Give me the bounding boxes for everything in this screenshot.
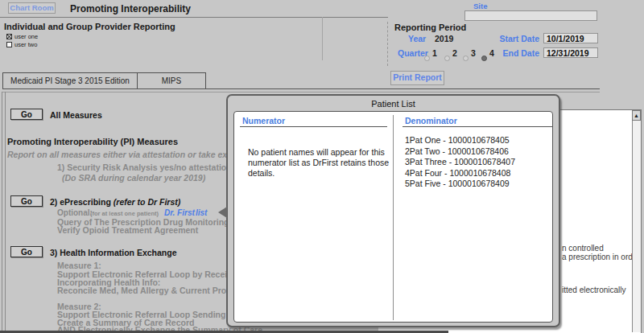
numerator-message: No patient names will appear for this nu… (248, 147, 396, 179)
optional-note: (for at least one patient) (90, 210, 159, 217)
patient-list-item[interactable]: 2Pat Two - 1000010678406 (405, 146, 515, 158)
start-date-label: Start Date (491, 34, 539, 43)
provider-reporting-title: Individual and Group Provider Reporting (4, 22, 175, 31)
right-panel-text-fragment-2: a prescription in order (562, 253, 640, 261)
measure1-line-3: Reconcile Med, Med Allergy & Current Pro… (57, 286, 254, 295)
quarter-1-label[interactable]: 1 (432, 48, 437, 58)
pi-measures-subtitle: Report on all measures either via attest… (7, 150, 257, 159)
end-date-input[interactable]: 12/31/2019 (543, 47, 598, 58)
user-one-checkbox[interactable] (6, 34, 12, 39)
modal-column-divider (393, 115, 394, 320)
go-all-measures-button[interactable]: Go (10, 109, 43, 120)
quarter-1-radio[interactable] (424, 50, 430, 64)
user-two-row[interactable]: user two (6, 41, 37, 48)
year-value[interactable]: 2019 (435, 34, 453, 43)
right-panel-text-fragment-3: itted electronically (562, 286, 625, 294)
denominator-patient-list: 1Pat One - 1000010678405 2Pat Two - 1000… (405, 135, 515, 190)
app-window: Chart Room Promoting Interoperability Si… (0, 0, 644, 333)
patient-list-item[interactable]: 1Pat One - 1000010678405 (405, 135, 515, 146)
quarter-2-label[interactable]: 2 (452, 48, 457, 58)
tab-medicaid-pi-stage3[interactable]: Medicaid PI Stage 3 2015 Edition (2, 72, 138, 89)
tabstrip-bottom-border (2, 88, 600, 89)
list-link[interactable]: list (196, 208, 207, 217)
patient-list-item[interactable]: 5Pat Five - 1000010678409 (405, 179, 515, 190)
print-report-button[interactable]: Print Report (390, 71, 444, 85)
denominator-header: Denominator (405, 116, 457, 125)
right-panel-text-fragment-1: n controlled (562, 244, 604, 253)
reporting-period-divider (387, 22, 388, 66)
eprescribing-title: 2) ePrescribing (refer to Dr First) (50, 197, 180, 207)
patient-list-modal-body: Numerator Denominator No patient names w… (233, 111, 553, 323)
hie-title: 3) Health Information Exchange (50, 248, 177, 257)
eprescribing-title-text: 2) ePrescribing (50, 197, 111, 207)
user-two-label: user two (14, 41, 37, 48)
content-top-border (2, 92, 600, 92)
site-input[interactable] (464, 10, 597, 21)
patient-list-item[interactable]: 4Pat Four - 1000010678408 (405, 168, 515, 179)
quarter-4-radio-selected[interactable] (481, 50, 487, 64)
go-eprescribing-button[interactable]: Go (10, 195, 43, 207)
quarter-3-radio[interactable] (463, 50, 469, 64)
scrollbar-up-arrow-icon[interactable]: ▲ (632, 110, 641, 121)
measure-1-note: (Do SRA during calendar year 2019) (62, 173, 205, 183)
quarter-3-label[interactable]: 3 (471, 48, 476, 58)
user-one-label: user one (14, 33, 38, 40)
denominator-header-rule (402, 126, 552, 127)
page-title: Promoting Interoperability (70, 3, 191, 14)
verify-opioid-line: Verify Opioid Treatment Agreement (57, 225, 198, 235)
user-two-checkbox[interactable] (6, 42, 12, 47)
right-panel-scrollbar[interactable] (632, 110, 641, 332)
patient-list-modal-title: Patient List (228, 99, 559, 109)
patient-list-item[interactable]: 3Pat Three - 1000010678407 (405, 157, 515, 168)
numerator-header: Numerator (242, 116, 285, 125)
measure-1-security-risk: 1) Security Risk Analysis yes/no attesta… (57, 162, 232, 172)
numerator-header-rule (240, 126, 387, 127)
all-measures-label: All Measures (50, 110, 102, 120)
optional-label: Optional: (57, 208, 93, 217)
eprescribing-title-note: (refer to Dr First) (114, 197, 180, 207)
chart-room-button[interactable]: Chart Room (8, 2, 56, 14)
quarter-4-label[interactable]: 4 (489, 48, 494, 58)
patient-list-modal: Patient List Numerator Denominator No pa… (226, 94, 560, 327)
quarter-2-radio[interactable] (444, 50, 450, 64)
site-label: Site (473, 2, 487, 10)
dr-first-link[interactable]: Dr. First (164, 208, 195, 217)
header-section-divider (322, 17, 323, 60)
content-left-border (2, 92, 6, 333)
user-one-row[interactable]: user one (6, 33, 38, 40)
reporting-period-title: Reporting Period (394, 23, 466, 32)
year-label: Year (408, 34, 426, 43)
modal-pointer-arrow-icon (218, 207, 227, 218)
start-date-input[interactable]: 10/1/2019 (543, 33, 598, 43)
tab-mips[interactable]: MIPS (137, 72, 206, 89)
header-divider (0, 17, 388, 18)
end-date-label: End Date (494, 48, 539, 58)
pi-measures-heading: Promoting Interoperability (PI) Measures (7, 137, 178, 146)
go-hie-button[interactable]: Go (10, 246, 43, 257)
